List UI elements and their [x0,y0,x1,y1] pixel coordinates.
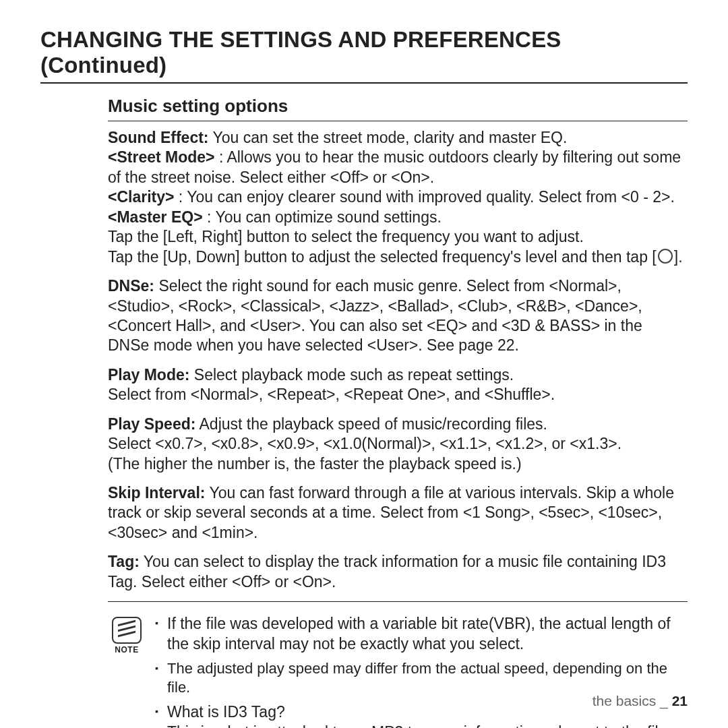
subtitle-rule [108,121,688,121]
play-speed-label: Play Speed: [108,415,195,433]
play-mode-text: Select playback mode such as repeat sett… [189,366,514,384]
note-section: NOTE If the file was developed with a va… [108,614,688,728]
master-eq-label: <Master EQ> [108,208,203,226]
skip-interval-label: Skip Interval: [108,484,205,502]
note-item-1: If the file was developed with a variabl… [155,614,688,654]
body-text: Sound Effect: You can set the street mod… [108,128,688,592]
play-mode-block: Play Mode: Select playback mode such as … [108,365,688,405]
play-speed-text2: Select <x0.7>, <x0.8>, <x0.9>, <x1.0(Nor… [108,435,621,452]
play-speed-text3: (The higher the number is, the faster th… [108,455,522,473]
play-speed-text: Adjust the playback speed of music/recor… [195,415,547,433]
master-eq-text: : You can optimize sound settings. [203,208,442,226]
play-speed-block: Play Speed: Adjust the playback speed of… [108,415,688,474]
id3-heading: What is ID3 Tag? [167,703,285,721]
note-item-2: The adjusted play speed may differ from … [155,659,688,697]
sound-effect-label: Sound Effect: [108,129,209,146]
section-subtitle: Music setting options [108,96,688,117]
eq-instr-1: Tap the [Left, Right] button to select t… [108,228,584,245]
dnse-text: Select the right sound for each music ge… [108,277,642,354]
page-title: CHANGING THE SETTINGS AND PREFERENCES (C… [40,27,688,78]
dnse-block: DNSe: Select the right sound for each mu… [108,276,688,356]
select-button-icon [658,249,673,264]
title-rule [40,82,688,84]
tag-text: You can select to display the track info… [108,553,666,590]
play-mode-label: Play Mode: [108,366,189,384]
note-icon [112,617,142,644]
clarity-text: : You can enjoy clearer sound with impro… [174,188,674,206]
note-label: NOTE [108,645,146,655]
footer-page-number: 21 [672,693,688,708]
dnse-label: DNSe: [108,277,154,295]
sound-effect-text: You can set the street mode, clarity and… [209,129,568,146]
page-footer: the basics _ 21 [593,693,688,709]
eq-instr-2a: Tap the [Up, Down] button to adjust the … [108,248,657,266]
tag-label: Tag: [108,553,140,570]
tag-block: Tag: You can select to display the track… [108,552,688,592]
bottom-rule [108,601,688,602]
street-mode-label: <Street Mode> [108,148,215,166]
sound-effect-block: Sound Effect: You can set the street mod… [108,128,688,267]
footer-section: the basics _ [593,693,672,708]
eq-instr-2b: ]. [674,248,683,266]
clarity-label: <Clarity> [108,188,174,206]
skip-interval-block: Skip Interval: You can fast forward thro… [108,483,688,543]
id3-text: This is what is attached to an MP3 to ca… [167,723,671,728]
play-mode-text2: Select from <Normal>, <Repeat>, <Repeat … [108,386,555,403]
